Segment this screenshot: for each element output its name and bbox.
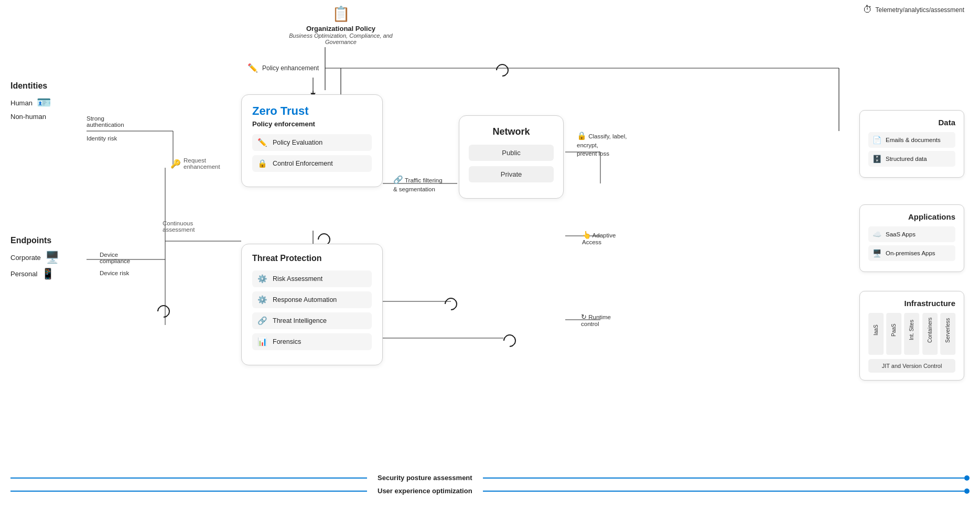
diagram-container: ⏱ Telemetry/analytics/assessment 📋 Organ… <box>0 0 980 521</box>
runtime-control-label: ↻ Runtimecontrol <box>581 313 611 327</box>
zt-control-enforcement: 🔒 Control Enforcement <box>252 155 372 172</box>
zt-control-enforcement-icon: 🔒 <box>257 159 267 168</box>
speedometer-left-bottom <box>155 302 173 320</box>
identity-human-icon: 🪪 <box>37 96 51 110</box>
saas-label: SaaS Apps <box>886 231 916 237</box>
bottom-bars: Security posture assessment User experie… <box>0 474 980 500</box>
endpoint-personal-icon: 📱 <box>41 267 55 280</box>
identity-nonhuman: Non-human <box>10 113 51 121</box>
fingerprint-icon: 👆 <box>582 231 591 239</box>
speedometer-forensics <box>501 332 519 350</box>
infrastructure-panel-title: Infrastructure <box>868 299 955 308</box>
network-public: Public <box>469 145 554 161</box>
network-box: Network Public Private <box>459 115 564 199</box>
zero-trust-box: Zero Trust Policy enforcement ✏️ Policy … <box>241 94 383 187</box>
tp-response-icon: ⚙️ <box>257 295 267 305</box>
onprem-icon: 🖥️ <box>873 249 881 257</box>
identities-title: Identities <box>10 81 51 91</box>
data-panel-title: Data <box>868 118 955 127</box>
policy-enhancement-icon: ✏️ <box>247 63 258 73</box>
tp-response-automation: ⚙️ Response Automation <box>252 291 372 308</box>
infrastructure-panel: Infrastructure IaaS PaaS Int. Sites Cont… <box>859 291 964 381</box>
infra-iaas: IaaS <box>868 313 884 355</box>
jit-bar: JIT and Version Control <box>868 359 955 373</box>
identity-risk-label: Identity risk <box>87 135 117 142</box>
endpoints-title: Endpoints <box>10 236 59 245</box>
tp-forensics-label: Forensics <box>273 338 301 345</box>
data-structured: 🗄️ Structured data <box>868 151 955 167</box>
tp-threat-label: Threat Intelligence <box>273 317 327 324</box>
security-posture-bar: Security posture assessment <box>0 474 980 482</box>
user-experience-bar: User experience optimization <box>0 487 980 495</box>
request-enhancement: 🔑 Requestenhancement <box>170 157 220 170</box>
refresh-icon: ↻ <box>581 313 587 321</box>
zt-policy-evaluation: ✏️ Policy Evaluation <box>252 134 372 151</box>
strong-auth-label: Strongauthentication <box>87 115 124 128</box>
org-policy-title: Organizational Policy <box>288 25 393 32</box>
tp-threat-intelligence: 🔗 Threat Intelligence <box>252 312 372 329</box>
data-panel: Data 📄 Emails & documents 🗄️ Structured … <box>859 110 964 178</box>
tp-risk-icon: ⚙️ <box>257 274 267 284</box>
connectors-svg <box>0 0 980 521</box>
structured-label: Structured data <box>886 156 927 162</box>
user-experience-dot <box>964 489 970 494</box>
zero-trust-subtitle: Policy enforcement <box>252 120 372 128</box>
user-experience-line-right <box>483 491 964 492</box>
zt-policy-evaluation-icon: ✏️ <box>257 138 267 147</box>
endpoint-corporate-label: Corporate <box>10 254 41 262</box>
speedometer-response-auto <box>442 295 460 313</box>
request-enhancement-text: Requestenhancement <box>184 157 220 170</box>
network-private: Private <box>469 166 554 182</box>
zero-trust-title: Zero Trust <box>252 104 372 118</box>
endpoint-personal: Personal 📱 <box>10 267 59 280</box>
device-risk-label: Device risk <box>100 270 129 276</box>
data-emails-documents: 📄 Emails & documents <box>868 132 955 148</box>
policy-enhancement-label: Policy enhancement <box>262 64 319 72</box>
app-saas: ☁️ SaaS Apps <box>868 226 955 242</box>
speedometer-top-center <box>493 61 511 79</box>
user-experience-line-left <box>10 491 367 492</box>
infra-containers: Containers <box>922 313 938 355</box>
user-experience-label: User experience optimization <box>367 487 483 495</box>
network-title: Network <box>469 126 554 137</box>
infra-paas: PaaS <box>886 313 901 355</box>
identities-section: Identities Human 🪪 Non-human <box>10 81 51 124</box>
threat-protection-title: Threat Protection <box>252 254 372 263</box>
endpoint-personal-label: Personal <box>10 270 37 278</box>
tp-forensics: 📊 Forensics <box>252 333 372 350</box>
identity-human-label: Human <box>10 99 33 107</box>
security-posture-line-left <box>10 477 367 479</box>
emails-icon: 📄 <box>873 136 881 144</box>
security-posture-label: Security posture assessment <box>367 474 483 482</box>
identity-nonhuman-label: Non-human <box>10 113 46 121</box>
threat-protection-box: Threat Protection ⚙️ Risk Assessment ⚙️ … <box>241 244 383 365</box>
telemetry-label: ⏱ Telemetry/analytics/assessment <box>863 4 964 15</box>
tp-forensics-icon: 📊 <box>257 337 267 346</box>
infra-columns: IaaS PaaS Int. Sites Containers Serverle… <box>868 313 955 355</box>
share-icon: 🔗 <box>393 175 403 184</box>
key-icon: 🔑 <box>170 159 181 169</box>
infra-int-sites: Int. Sites <box>904 313 919 355</box>
traffic-filtering-label: 🔗 Traffic filtering& segmentation <box>393 174 443 193</box>
classify-label: 🔒 Classify, label,encrypt,prevent loss <box>577 130 627 158</box>
database-icon: 🗄️ <box>873 155 881 163</box>
infra-serverless: Serverless <box>940 313 955 355</box>
endpoint-corporate-icon: 🖥️ <box>45 251 59 264</box>
security-posture-dot <box>964 475 970 481</box>
telemetry-text: Telemetry/analytics/assessment <box>876 6 964 14</box>
tp-threat-icon: 🔗 <box>257 316 267 325</box>
emails-label: Emails & documents <box>886 137 941 143</box>
endpoint-corporate: Corporate 🖥️ <box>10 251 59 264</box>
policy-enhancement: ✏️ Policy enhancement <box>247 63 319 73</box>
device-compliance-label: Devicecompliance <box>100 252 130 264</box>
onprem-label: On-premises Apps <box>886 250 935 256</box>
app-onprem: 🖥️ On-premises Apps <box>868 245 955 261</box>
tp-response-label: Response Automation <box>273 296 337 303</box>
applications-panel: Applications ☁️ SaaS Apps 🖥️ On-premises… <box>859 204 964 272</box>
zt-control-enforcement-label: Control Enforcement <box>273 160 333 167</box>
adaptive-access-label: 👆 AdaptiveAccess <box>582 231 616 245</box>
org-policy-subtitle: Business Optimization, Compliance, and G… <box>288 32 393 45</box>
org-policy: 📋 Organizational Policy Business Optimiz… <box>288 5 393 45</box>
saas-icon: ☁️ <box>873 230 881 238</box>
tp-risk-assessment: ⚙️ Risk Assessment <box>252 270 372 287</box>
